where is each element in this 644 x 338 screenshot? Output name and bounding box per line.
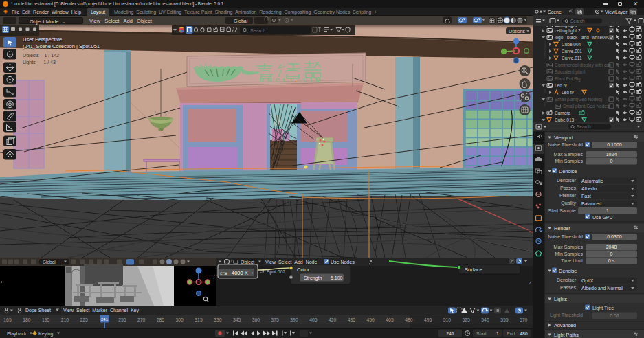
svg-text:Noise Threshold: Noise Threshold: [548, 234, 583, 239]
svg-text:Automatic: Automatic: [581, 179, 603, 183]
svg-text:1: 1: [496, 331, 499, 336]
svg-text:Search: Search: [577, 124, 591, 129]
svg-text:Albedo and Normal: Albedo and Normal: [581, 286, 623, 291]
svg-text:450: 450: [367, 317, 375, 322]
svg-text:Viewport: Viewport: [554, 135, 573, 141]
svg-text:375: 375: [271, 317, 280, 322]
svg-text:4000 K: 4000 K: [232, 270, 248, 276]
svg-text:360: 360: [252, 317, 260, 322]
svg-text:Spot.002: Spot.002: [267, 269, 285, 275]
svg-text:555: 555: [500, 317, 509, 322]
svg-text:Small plant(Geo Nodes): Small plant(Geo Nodes): [555, 97, 602, 102]
svg-text:Noise Threshold: Noise Threshold: [548, 142, 583, 147]
svg-text:Advanced: Advanced: [554, 322, 576, 328]
svg-text:Small plant(Geo Nodes(_: Small plant(Geo Nodes(_: [563, 104, 613, 109]
svg-text:Min Samples: Min Samples: [555, 159, 584, 164]
svg-text:0.1000: 0.1000: [607, 142, 622, 147]
svg-text:480: 480: [520, 331, 528, 336]
svg-text:330: 330: [214, 317, 222, 322]
svg-text:logo - black - and -white000: logo - black - and -white000: [555, 35, 610, 41]
svg-text:Led tv: Led tv: [555, 83, 567, 88]
svg-text:510: 510: [443, 317, 452, 322]
svg-text:0: 0: [610, 251, 613, 256]
svg-text:Min Samples: Min Samples: [555, 251, 584, 257]
svg-text:Search: Search: [570, 19, 585, 23]
svg-text:480: 480: [405, 317, 413, 322]
svg-text:Max Samples: Max Samples: [554, 245, 584, 250]
svg-text:Curve.001: Curve.001: [562, 49, 582, 54]
svg-text:270: 270: [137, 317, 146, 322]
svg-text:165: 165: [3, 317, 12, 322]
svg-text:345: 345: [233, 317, 241, 322]
svg-text:495: 495: [424, 317, 432, 322]
svg-text:Camera: Camera: [555, 111, 571, 115]
svg-text:Strength: Strength: [304, 275, 322, 281]
svg-text:Use Nodes: Use Nodes: [331, 260, 355, 264]
svg-text:Time Limit: Time Limit: [561, 258, 583, 263]
svg-text:Prefilter: Prefilter: [559, 193, 577, 198]
svg-text:View Select Marker Channel: View Select Marker Channel Key: [63, 308, 139, 313]
svg-text:420: 420: [329, 317, 337, 322]
svg-text:180: 180: [23, 317, 31, 322]
svg-text:225: 225: [80, 317, 89, 322]
svg-text:Light Paths: Light Paths: [554, 332, 579, 338]
svg-text:390: 390: [290, 317, 298, 322]
svg-text:Options: Options: [509, 29, 526, 34]
svg-text:Fast: Fast: [581, 194, 591, 199]
svg-text:Global: Global: [43, 260, 56, 264]
svg-text:Denoise: Denoise: [559, 168, 577, 174]
svg-text:Quality: Quality: [561, 201, 576, 206]
svg-text:540: 540: [481, 317, 489, 322]
svg-text:241: 241: [101, 317, 109, 322]
svg-text:Render: Render: [554, 225, 570, 232]
svg-text:405: 405: [309, 317, 318, 322]
svg-text:285: 285: [157, 317, 165, 322]
svg-text:Playback: Playback: [7, 331, 27, 337]
svg-text:Start: Start: [476, 331, 487, 336]
svg-text:Surface: Surface: [465, 267, 482, 273]
svg-text:Balanced: Balanced: [581, 201, 601, 206]
svg-text:Succulent plant: Succulent plant: [555, 69, 586, 75]
svg-text:Denoiser: Denoiser: [557, 178, 577, 183]
svg-text:Max Samples: Max Samples: [554, 152, 584, 157]
svg-text:End: End: [507, 331, 515, 336]
svg-text:Passes: Passes: [560, 185, 576, 190]
svg-text:1024: 1024: [606, 152, 617, 157]
svg-text:5.100: 5.100: [331, 275, 343, 280]
svg-text:525: 525: [463, 317, 471, 322]
svg-text:195: 195: [42, 317, 50, 322]
svg-text:UNCLE LIM: UNCLE LIM: [259, 77, 324, 84]
svg-text:2048: 2048: [606, 245, 617, 249]
svg-text:Led tv: Led tv: [562, 90, 574, 95]
svg-text:Denoiser: Denoiser: [557, 278, 577, 282]
svg-text:Dope Sheet: Dope Sheet: [25, 308, 51, 313]
svg-text:Commercial display with can: Commercial display with can: [555, 63, 612, 68]
svg-text:1: 1: [606, 208, 609, 213]
svg-text:570: 570: [520, 317, 528, 322]
svg-text:Lights: Lights: [554, 296, 568, 302]
svg-text:Cube.004: Cube.004: [562, 42, 581, 47]
svg-text:0.0300: 0.0300: [607, 234, 622, 239]
svg-text:ceiling light 2: ceiling light 2: [555, 28, 581, 34]
svg-text:241: 241: [446, 331, 454, 336]
svg-text:0.01: 0.01: [610, 313, 619, 318]
svg-text:Search: Search: [250, 28, 265, 33]
svg-text:Start Sample: Start Sample: [548, 208, 577, 214]
svg-text:435: 435: [348, 317, 356, 322]
svg-text:300: 300: [176, 317, 184, 322]
svg-text:Light Tree: Light Tree: [592, 306, 614, 311]
svg-text:210: 210: [61, 317, 69, 322]
svg-text:Color: Color: [297, 267, 309, 273]
svg-text:0: 0: [610, 159, 613, 164]
svg-text:er:■: er:■: [220, 271, 228, 275]
svg-text:Scene: Scene: [548, 10, 562, 14]
svg-text:Plant Pot Big: Plant Pot Big: [555, 76, 581, 82]
svg-text:OptiX: OptiX: [581, 278, 594, 284]
svg-text:View Select Add Node: View Select Add Node: [265, 260, 317, 264]
svg-text:255: 255: [118, 317, 126, 322]
svg-text:Cube.013: Cube.013: [555, 117, 575, 122]
svg-text:‹ ›: ‹ ›: [214, 273, 218, 277]
svg-text:465: 465: [386, 317, 394, 322]
svg-text:Curve.011: Curve.011: [562, 56, 582, 60]
svg-text:ViewLayer: ViewLayer: [605, 10, 628, 15]
